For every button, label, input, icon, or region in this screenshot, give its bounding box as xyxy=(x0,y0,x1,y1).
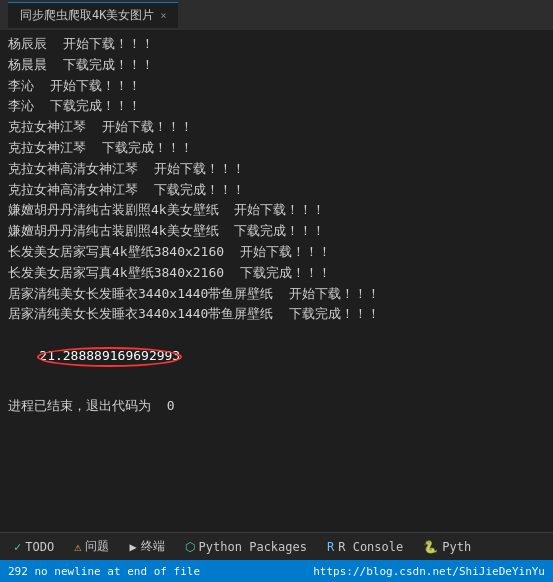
problems-icon: ⚠ xyxy=(74,540,81,554)
status-bar-url: https://blog.csdn.net/ShiJieDeYinYu xyxy=(313,565,545,578)
bottom-tab-bar: ✓ TODO ⚠ 问题 ▶ 终端 ⬡ Python Packages R R C… xyxy=(0,532,553,560)
todo-label: TODO xyxy=(25,540,54,554)
output-line: 克拉女神高清女神江琴 下载完成！！！ xyxy=(8,180,545,201)
tab-python-packages[interactable]: ⬡ Python Packages xyxy=(175,533,317,560)
tab-python[interactable]: 🐍 Pyth xyxy=(413,533,481,560)
tab-r-console[interactable]: R R Console xyxy=(317,533,413,560)
python-packages-label: Python Packages xyxy=(199,540,307,554)
output-line: 嫌嬗胡丹丹清纯古装剧照4k美女壁纸 开始下载！！！ xyxy=(8,200,545,221)
editor-tab[interactable]: 同步爬虫爬取4K美女图片 × xyxy=(8,2,178,28)
python-packages-icon: ⬡ xyxy=(185,540,195,554)
terminal-label: 终端 xyxy=(141,538,165,555)
status-bar-left: 292 no newline at end of file xyxy=(8,565,200,578)
tab-terminal[interactable]: ▶ 终端 xyxy=(119,533,174,560)
python-icon: 🐍 xyxy=(423,540,438,554)
tab-todo[interactable]: ✓ TODO xyxy=(4,533,64,560)
output-line: 克拉女神高清女神江琴 开始下载！！！ xyxy=(8,159,545,180)
output-line: 李沁 开始下载！！！ xyxy=(8,76,545,97)
output-line: 居家清纯美女长发睡衣3440x1440带鱼屏壁纸 开始下载！！！ xyxy=(8,284,545,305)
tab-problems[interactable]: ⚠ 问题 xyxy=(64,533,119,560)
close-icon[interactable]: × xyxy=(160,10,166,21)
highlighted-number-line: 21.288889169692993 xyxy=(8,325,545,387)
output-console: 杨辰辰 开始下载！！！ 杨晨晨 下载完成！！！ 李沁 开始下载！！！ 李沁 下载… xyxy=(0,30,553,532)
output-line: 嫌嬗胡丹丹清纯古装剧照4k美女壁纸 下载完成！！！ xyxy=(8,221,545,242)
todo-icon: ✓ xyxy=(14,540,21,554)
python-label: Pyth xyxy=(442,540,471,554)
output-line: 长发美女居家写真4k壁纸3840x2160 开始下载！！！ xyxy=(8,242,545,263)
line-info: 292 no newline at end of file xyxy=(8,565,200,578)
r-console-label: R Console xyxy=(338,540,403,554)
output-line: 李沁 下载完成！！！ xyxy=(8,96,545,117)
output-line: 杨晨晨 下载完成！！！ xyxy=(8,55,545,76)
output-line: 克拉女神江琴 开始下载！！！ xyxy=(8,117,545,138)
title-bar: 同步爬虫爬取4K美女图片 × xyxy=(0,0,553,30)
terminal-icon: ▶ xyxy=(129,540,136,554)
output-line: 克拉女神江琴 下载完成！！！ xyxy=(8,138,545,159)
r-console-icon: R xyxy=(327,540,334,554)
tab-label: 同步爬虫爬取4K美女图片 xyxy=(20,7,154,24)
status-bar: 292 no newline at end of file https://bl… xyxy=(0,560,553,582)
output-line: 居家清纯美女长发睡衣3440x1440带鱼屏壁纸 下载完成！！！ xyxy=(8,304,545,325)
circled-value: 21.288889169692993 xyxy=(39,346,180,367)
problems-label: 问题 xyxy=(85,538,109,555)
exit-message: 进程已结束，退出代码为 0 xyxy=(8,396,545,417)
output-line: 长发美女居家写真4k壁纸3840x2160 下载完成！！！ xyxy=(8,263,545,284)
output-line: 杨辰辰 开始下载！！！ xyxy=(8,34,545,55)
